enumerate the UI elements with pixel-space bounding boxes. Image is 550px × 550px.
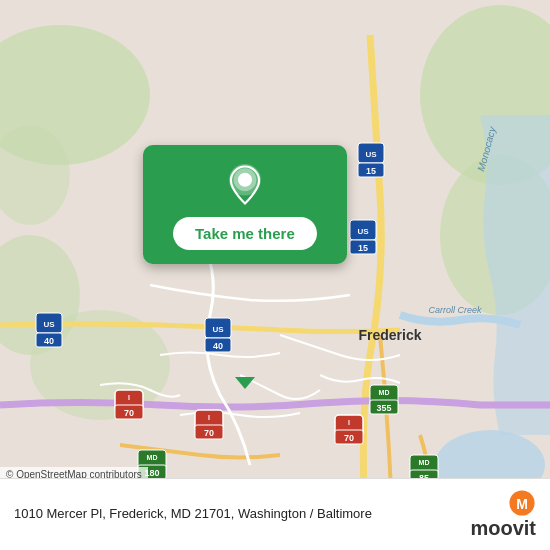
address-text: 1010 Mercer Pl, Frederick, MD 21701, Was… bbox=[14, 505, 460, 523]
svg-point-53 bbox=[238, 173, 252, 187]
svg-text:M: M bbox=[516, 496, 528, 512]
take-me-there-container: Take me there bbox=[143, 145, 347, 264]
svg-text:15: 15 bbox=[358, 243, 368, 253]
svg-text:40: 40 bbox=[44, 336, 54, 346]
moovit-icon: M bbox=[508, 489, 536, 517]
svg-text:I: I bbox=[208, 414, 210, 421]
bottom-bar: 1010 Mercer Pl, Frederick, MD 21701, Was… bbox=[0, 478, 550, 550]
location-pin-icon bbox=[223, 163, 267, 207]
svg-text:I: I bbox=[128, 394, 130, 401]
svg-text:15: 15 bbox=[366, 166, 376, 176]
map-container: US 15 US 15 US 40 US 40 I 70 I 70 I 70 bbox=[0, 0, 550, 550]
svg-text:MD: MD bbox=[419, 459, 430, 466]
svg-text:MD: MD bbox=[147, 454, 158, 461]
svg-text:I: I bbox=[348, 419, 350, 426]
svg-text:355: 355 bbox=[376, 403, 391, 413]
svg-text:US: US bbox=[365, 150, 377, 159]
svg-text:40: 40 bbox=[213, 341, 223, 351]
svg-text:70: 70 bbox=[204, 428, 214, 438]
take-me-there-button[interactable]: Take me there bbox=[173, 217, 317, 250]
svg-text:US: US bbox=[212, 325, 224, 334]
svg-text:Carroll Creek: Carroll Creek bbox=[428, 305, 482, 315]
svg-text:70: 70 bbox=[124, 408, 134, 418]
moovit-logo: M moovit bbox=[470, 489, 536, 540]
moovit-brand-name: moovit bbox=[470, 517, 536, 540]
svg-text:MD: MD bbox=[379, 389, 390, 396]
svg-text:Frederick: Frederick bbox=[358, 327, 421, 343]
green-card: Take me there bbox=[143, 145, 347, 264]
svg-text:US: US bbox=[43, 320, 55, 329]
svg-text:US: US bbox=[357, 227, 369, 236]
svg-text:70: 70 bbox=[344, 433, 354, 443]
